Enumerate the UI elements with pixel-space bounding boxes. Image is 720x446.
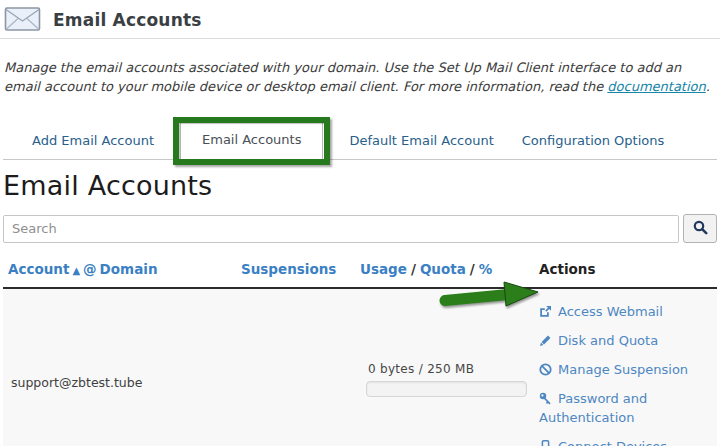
key-icon bbox=[539, 391, 558, 406]
action-label: Access Webmail bbox=[558, 304, 663, 319]
description-period: . bbox=[706, 79, 710, 94]
actions-cell: Access Webmail Disk and Quota Manage Sus… bbox=[537, 289, 717, 446]
sort-account-link[interactable]: Account bbox=[8, 261, 69, 277]
column-account-domain: Account▲@Domain bbox=[3, 261, 237, 277]
mobile-icon bbox=[539, 439, 558, 446]
page-title: Email Accounts bbox=[53, 10, 202, 30]
page-description: Manage the email accounts associated wit… bbox=[4, 58, 716, 96]
usage-text: 0 bytes / 250 MB bbox=[368, 362, 537, 376]
section-heading: Email Accounts bbox=[3, 170, 717, 201]
tab-add-email-account[interactable]: Add Email Account bbox=[18, 123, 168, 159]
search-input[interactable] bbox=[3, 215, 679, 243]
at-sign: @ bbox=[83, 261, 97, 277]
search-icon bbox=[693, 220, 708, 238]
documentation-link[interactable]: documentation bbox=[607, 79, 705, 94]
access-webmail-link[interactable]: Access Webmail bbox=[539, 302, 697, 321]
tab-default-email-account[interactable]: Default Email Account bbox=[335, 123, 507, 159]
envelope-icon bbox=[4, 5, 42, 36]
email-accounts-table: Account▲@Domain Suspensions Usage/Quota/… bbox=[3, 254, 717, 446]
sort-suspensions-link[interactable]: Suspensions bbox=[241, 261, 336, 277]
external-link-icon bbox=[539, 304, 558, 319]
sort-percent-link[interactable]: % bbox=[479, 261, 493, 277]
description-text: Manage the email accounts associated wit… bbox=[4, 60, 681, 94]
pencil-icon bbox=[539, 333, 558, 348]
connect-devices-link[interactable]: Connect Devices bbox=[539, 437, 697, 446]
separator: / bbox=[411, 261, 416, 277]
sort-usage-link[interactable]: Usage bbox=[360, 261, 407, 277]
tab-email-accounts[interactable]: Email Accounts bbox=[180, 121, 323, 159]
header-divider bbox=[0, 38, 720, 39]
column-suspensions: Suspensions bbox=[237, 261, 360, 277]
page-header: Email Accounts bbox=[3, 0, 717, 38]
account-email: support@zbtest.tube bbox=[3, 289, 237, 446]
usage-progress-bar bbox=[366, 381, 527, 397]
column-actions: Actions bbox=[537, 261, 717, 277]
sort-quota-link[interactable]: Quota bbox=[420, 261, 466, 277]
sort-domain-link[interactable]: Domain bbox=[100, 261, 158, 277]
action-label: Connect Devices bbox=[558, 439, 667, 446]
disk-and-quota-link[interactable]: Disk and Quota bbox=[539, 331, 697, 350]
tab-email-accounts-label: Email Accounts bbox=[202, 132, 301, 147]
sort-asc-icon: ▲ bbox=[72, 265, 80, 276]
suspensions-cell bbox=[237, 289, 360, 446]
email-accounts-page: Email Accounts Manage the email accounts… bbox=[0, 0, 720, 446]
manage-suspension-link[interactable]: Manage Suspension bbox=[539, 360, 697, 379]
search-row bbox=[3, 214, 717, 243]
separator: / bbox=[470, 261, 475, 277]
tab-bar: Add Email Account Email Accounts Default… bbox=[3, 119, 717, 160]
column-usage-quota: Usage/Quota/% bbox=[360, 261, 537, 277]
usage-cell: 0 bytes / 250 MB bbox=[360, 289, 537, 446]
ban-icon bbox=[539, 362, 558, 377]
table-header-row: Account▲@Domain Suspensions Usage/Quota/… bbox=[3, 254, 717, 289]
search-button[interactable] bbox=[683, 214, 717, 243]
table-row: support@zbtest.tube 0 bytes / 250 MB Acc… bbox=[3, 289, 717, 446]
action-label: Disk and Quota bbox=[558, 333, 658, 348]
tab-configuration-options[interactable]: Configuration Options bbox=[508, 123, 678, 159]
action-label: Manage Suspension bbox=[558, 362, 688, 377]
password-authentication-link[interactable]: Password and Authentication bbox=[539, 389, 697, 427]
